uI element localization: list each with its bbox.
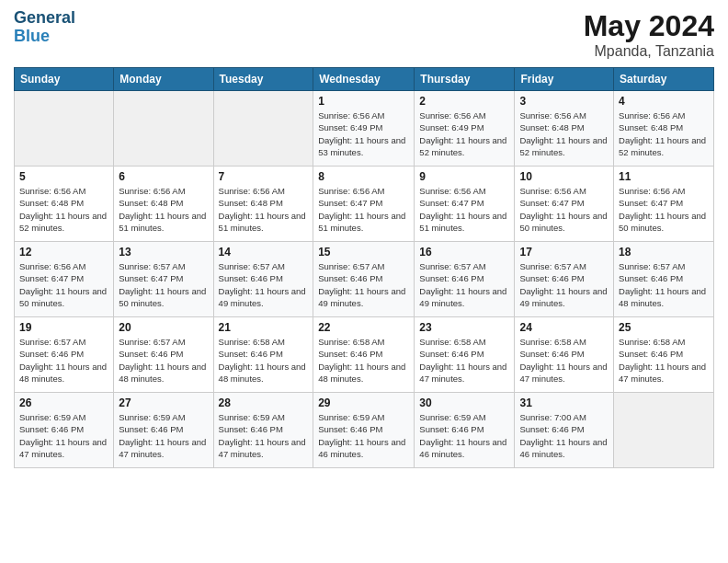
day-number: 8 [318, 170, 409, 183]
calendar-cell: 15Sunrise: 6:57 AM Sunset: 6:46 PM Dayli… [313, 242, 415, 317]
day-info: Sunrise: 6:57 AM Sunset: 6:46 PM Dayligh… [318, 260, 409, 309]
day-number: 15 [318, 246, 409, 259]
day-number: 6 [119, 170, 208, 183]
day-number: 4 [619, 95, 709, 108]
header-tuesday: Tuesday [213, 68, 313, 91]
day-number: 2 [419, 95, 509, 108]
header: General Blue GeneralBlue May 2024 Mpanda… [14, 9, 714, 60]
header-monday: Monday [114, 68, 213, 91]
logo-text: GeneralBlue [14, 9, 75, 46]
calendar-cell: 21Sunrise: 6:58 AM Sunset: 6:46 PM Dayli… [213, 317, 313, 393]
logo: General Blue GeneralBlue [14, 9, 75, 46]
calendar-cell: 20Sunrise: 6:57 AM Sunset: 6:46 PM Dayli… [114, 317, 213, 393]
week-row-1: 1Sunrise: 6:56 AM Sunset: 6:49 PM Daylig… [15, 91, 714, 167]
calendar-cell: 22Sunrise: 6:58 AM Sunset: 6:46 PM Dayli… [313, 317, 415, 393]
day-number: 18 [619, 246, 709, 259]
day-number: 11 [619, 170, 709, 183]
calendar-cell: 24Sunrise: 6:58 AM Sunset: 6:46 PM Dayli… [515, 317, 614, 393]
day-info: Sunrise: 6:57 AM Sunset: 6:46 PM Dayligh… [619, 260, 709, 309]
header-saturday: Saturday [614, 68, 714, 91]
day-number: 23 [419, 321, 509, 334]
day-number: 28 [219, 396, 309, 409]
day-info: Sunrise: 6:57 AM Sunset: 6:46 PM Dayligh… [519, 260, 609, 309]
day-number: 20 [119, 321, 208, 334]
calendar-cell: 9Sunrise: 6:56 AM Sunset: 6:47 PM Daylig… [415, 167, 515, 242]
day-number: 12 [19, 246, 108, 259]
calendar-cell: 29Sunrise: 6:59 AM Sunset: 6:46 PM Dayli… [313, 393, 415, 468]
day-number: 16 [419, 246, 509, 259]
calendar-cell: 12Sunrise: 6:56 AM Sunset: 6:47 PM Dayli… [15, 242, 114, 317]
day-info: Sunrise: 6:56 AM Sunset: 6:47 PM Dayligh… [519, 185, 609, 234]
calendar-cell: 1Sunrise: 6:56 AM Sunset: 6:49 PM Daylig… [313, 91, 415, 167]
week-row-4: 19Sunrise: 6:57 AM Sunset: 6:46 PM Dayli… [15, 317, 714, 393]
day-info: Sunrise: 6:56 AM Sunset: 6:49 PM Dayligh… [419, 109, 509, 158]
calendar-cell: 13Sunrise: 6:57 AM Sunset: 6:47 PM Dayli… [114, 242, 213, 317]
calendar-cell: 30Sunrise: 6:59 AM Sunset: 6:46 PM Dayli… [415, 393, 515, 468]
calendar-cell: 7Sunrise: 6:56 AM Sunset: 6:48 PM Daylig… [213, 167, 313, 242]
day-info: Sunrise: 6:56 AM Sunset: 6:47 PM Dayligh… [419, 185, 509, 234]
day-info: Sunrise: 6:56 AM Sunset: 6:48 PM Dayligh… [19, 185, 108, 234]
header-sunday: Sunday [15, 68, 114, 91]
calendar-cell: 3Sunrise: 6:56 AM Sunset: 6:48 PM Daylig… [515, 91, 614, 167]
day-info: Sunrise: 6:56 AM Sunset: 6:48 PM Dayligh… [219, 185, 309, 234]
day-info: Sunrise: 6:57 AM Sunset: 6:47 PM Dayligh… [119, 260, 208, 309]
day-info: Sunrise: 6:56 AM Sunset: 6:48 PM Dayligh… [619, 109, 709, 158]
day-number: 3 [519, 95, 609, 108]
calendar-cell [114, 91, 213, 167]
day-number: 17 [519, 246, 609, 259]
page: General Blue GeneralBlue May 2024 Mpanda… [0, 0, 728, 563]
day-number: 13 [119, 246, 208, 259]
calendar-cell: 18Sunrise: 6:57 AM Sunset: 6:46 PM Dayli… [614, 242, 714, 317]
day-info: Sunrise: 6:56 AM Sunset: 6:49 PM Dayligh… [318, 109, 409, 158]
week-row-5: 26Sunrise: 6:59 AM Sunset: 6:46 PM Dayli… [15, 393, 714, 468]
calendar-cell: 31Sunrise: 7:00 AM Sunset: 6:46 PM Dayli… [515, 393, 614, 468]
day-info: Sunrise: 6:59 AM Sunset: 6:46 PM Dayligh… [119, 411, 208, 460]
calendar-cell [213, 91, 313, 167]
day-info: Sunrise: 6:59 AM Sunset: 6:46 PM Dayligh… [219, 411, 309, 460]
day-info: Sunrise: 6:57 AM Sunset: 6:46 PM Dayligh… [419, 260, 509, 309]
day-info: Sunrise: 6:59 AM Sunset: 6:46 PM Dayligh… [318, 411, 409, 460]
day-number: 19 [19, 321, 108, 334]
calendar-cell: 27Sunrise: 6:59 AM Sunset: 6:46 PM Dayli… [114, 393, 213, 468]
calendar-cell: 16Sunrise: 6:57 AM Sunset: 6:46 PM Dayli… [415, 242, 515, 317]
day-number: 7 [219, 170, 309, 183]
day-info: Sunrise: 6:57 AM Sunset: 6:46 PM Dayligh… [19, 336, 108, 385]
weekday-header-row: Sunday Monday Tuesday Wednesday Thursday… [15, 68, 714, 91]
day-number: 26 [19, 396, 108, 409]
header-friday: Friday [515, 68, 614, 91]
day-info: Sunrise: 6:56 AM Sunset: 6:47 PM Dayligh… [318, 185, 409, 234]
header-wednesday: Wednesday [313, 68, 415, 91]
calendar-cell: 23Sunrise: 6:58 AM Sunset: 6:46 PM Dayli… [415, 317, 515, 393]
calendar-cell: 11Sunrise: 6:56 AM Sunset: 6:47 PM Dayli… [614, 167, 714, 242]
day-number: 27 [119, 396, 208, 409]
day-number: 22 [318, 321, 409, 334]
calendar-cell: 17Sunrise: 6:57 AM Sunset: 6:46 PM Dayli… [515, 242, 614, 317]
day-info: Sunrise: 6:56 AM Sunset: 6:48 PM Dayligh… [119, 185, 208, 234]
day-number: 1 [318, 95, 409, 108]
day-number: 31 [519, 396, 609, 409]
calendar-cell: 6Sunrise: 6:56 AM Sunset: 6:48 PM Daylig… [114, 167, 213, 242]
day-info: Sunrise: 6:58 AM Sunset: 6:46 PM Dayligh… [519, 336, 609, 385]
calendar-cell: 4Sunrise: 6:56 AM Sunset: 6:48 PM Daylig… [614, 91, 714, 167]
calendar-cell: 2Sunrise: 6:56 AM Sunset: 6:49 PM Daylig… [415, 91, 515, 167]
calendar-cell: 19Sunrise: 6:57 AM Sunset: 6:46 PM Dayli… [15, 317, 114, 393]
calendar-cell: 8Sunrise: 6:56 AM Sunset: 6:47 PM Daylig… [313, 167, 415, 242]
day-info: Sunrise: 6:57 AM Sunset: 6:46 PM Dayligh… [119, 336, 208, 385]
calendar-table: Sunday Monday Tuesday Wednesday Thursday… [14, 67, 714, 468]
calendar-cell: 25Sunrise: 6:58 AM Sunset: 6:46 PM Dayli… [614, 317, 714, 393]
day-number: 14 [219, 246, 309, 259]
day-info: Sunrise: 6:56 AM Sunset: 6:47 PM Dayligh… [19, 260, 108, 309]
day-info: Sunrise: 6:58 AM Sunset: 6:46 PM Dayligh… [619, 336, 709, 385]
calendar-cell [15, 91, 114, 167]
day-number: 25 [619, 321, 709, 334]
day-number: 9 [419, 170, 509, 183]
day-number: 24 [519, 321, 609, 334]
day-info: Sunrise: 6:56 AM Sunset: 6:47 PM Dayligh… [619, 185, 709, 234]
month-year: May 2024 [584, 9, 714, 43]
day-number: 29 [318, 396, 409, 409]
day-number: 30 [419, 396, 509, 409]
calendar-cell [614, 393, 714, 468]
calendar-cell: 5Sunrise: 6:56 AM Sunset: 6:48 PM Daylig… [15, 167, 114, 242]
header-thursday: Thursday [415, 68, 515, 91]
week-row-2: 5Sunrise: 6:56 AM Sunset: 6:48 PM Daylig… [15, 167, 714, 242]
